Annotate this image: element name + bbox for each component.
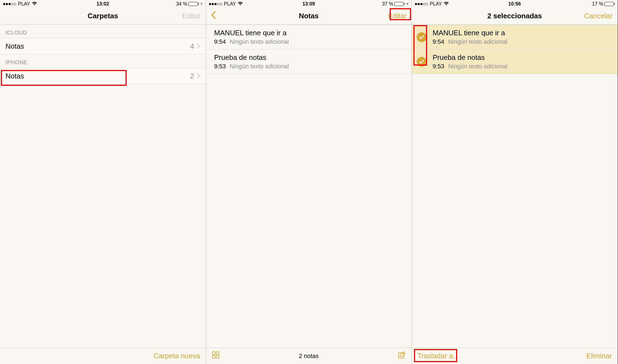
back-button[interactable] [211,11,216,21]
note-title: MANUEL tiene que ir a [214,29,406,37]
status-bar: ●●●○○ PLAY 13:09 37 % ⚡︎ [206,0,412,8]
note-title: Prueba de notas [214,53,406,62]
note-extra: Ningún texto adicional [448,63,507,70]
battery-pct: 37 % [382,1,393,7]
compose-button[interactable] [397,351,406,361]
screen-folders: ●●●○○ PLAY 13:02 34 % ⚡︎ Carpetas Editar… [0,0,206,364]
edit-button[interactable]: Editar [388,12,407,20]
grid-view-button[interactable] [211,351,220,361]
folder-label: Notas [5,72,24,80]
clock: 13:09 [302,1,315,7]
note-cell[interactable]: MANUEL tiene que ir a 9:54 Ningún texto … [206,25,412,49]
clock: 10:56 [508,1,521,7]
nav-bar: 2 seleccionadas Cancelar [412,8,617,25]
status-bar: ●●●○○ PLAY 10:56 17 % [412,0,617,8]
folder-label: Notas [5,42,24,51]
note-title: Prueba de notas [433,53,612,62]
edit-button[interactable]: Editar [182,12,201,20]
note-time: 9:53 [214,63,226,70]
chevron-right-icon [197,72,200,80]
page-title: 2 seleccionadas [487,12,542,20]
move-to-button[interactable]: Trasladar a… [417,352,460,360]
checkmark-icon[interactable] [417,32,427,42]
battery-pct: 17 % [592,1,603,7]
note-title: MANUEL tiene que ir a [433,29,612,37]
battery-icon [604,2,615,6]
charging-icon: ⚡︎ [200,2,203,6]
folder-count: 2 [190,72,194,80]
wifi-icon [444,1,449,7]
signal-dots-icon: ●●●○○ [209,1,222,7]
status-bar: ●●●○○ PLAY 13:02 34 % ⚡︎ [0,0,206,8]
note-time: 9:53 [433,63,444,70]
svg-rect-0 [212,352,215,354]
carrier-label: PLAY [430,1,442,7]
wifi-icon [32,1,37,7]
delete-button[interactable]: Eliminar [586,352,612,360]
wifi-icon [238,1,243,7]
note-extra: Ningún texto adicional [230,63,289,70]
note-cell[interactable]: Prueba de notas 9:53 Ningún texto adicio… [206,49,412,74]
toolbar: 2 notas [206,348,412,364]
signal-dots-icon: ●●●○○ [415,1,428,7]
page-title: Carpetas [88,12,118,20]
battery-pct: 34 % [176,1,187,7]
note-cell-selected[interactable]: MANUEL tiene que ir a 9:54 Ningún texto … [412,25,617,49]
page-title: Notas [299,12,319,20]
toolbar: Carpeta nueva [0,348,206,364]
checkmark-icon[interactable] [417,57,427,67]
note-extra: Ningún texto adicional [448,38,507,45]
svg-rect-3 [216,356,219,358]
nav-bar: Carpetas Editar [0,8,206,25]
notes-count: 2 notas [299,353,319,360]
screen-notes-selected: ●●●○○ PLAY 10:56 17 % 2 seleccionadas Ca… [412,0,618,364]
screen-notes-list: ●●●○○ PLAY 13:09 37 % ⚡︎ Notas Editar MA… [206,0,412,364]
carrier-label: PLAY [18,1,30,7]
signal-dots-icon: ●●●○○ [3,1,16,7]
folder-count: 4 [190,42,194,51]
svg-rect-1 [216,352,219,354]
note-time: 9:54 [214,38,226,45]
cancel-button[interactable]: Cancelar [584,12,613,20]
note-cell-selected[interactable]: Prueba de notas 9:53 Ningún texto adicio… [412,49,617,74]
folder-row-iphone-notas[interactable]: Notas 2 [0,68,206,84]
carrier-label: PLAY [224,1,236,7]
svg-rect-2 [212,356,215,358]
section-header-iphone: IPHONE [0,54,206,68]
new-folder-button[interactable]: Carpeta nueva [153,352,200,360]
note-extra: Ningún texto adicional [230,38,289,45]
battery-icon [394,2,405,6]
charging-icon: ⚡︎ [406,2,409,6]
chevron-right-icon [197,42,200,51]
section-header-icloud: ICLOUD [0,25,206,38]
note-time: 9:54 [433,38,444,45]
clock: 13:02 [97,1,109,7]
toolbar: Trasladar a… Eliminar [412,348,617,364]
nav-bar: Notas Editar [206,8,412,25]
battery-icon [188,2,199,6]
folder-row-icloud-notas[interactable]: Notas 4 [0,38,206,54]
